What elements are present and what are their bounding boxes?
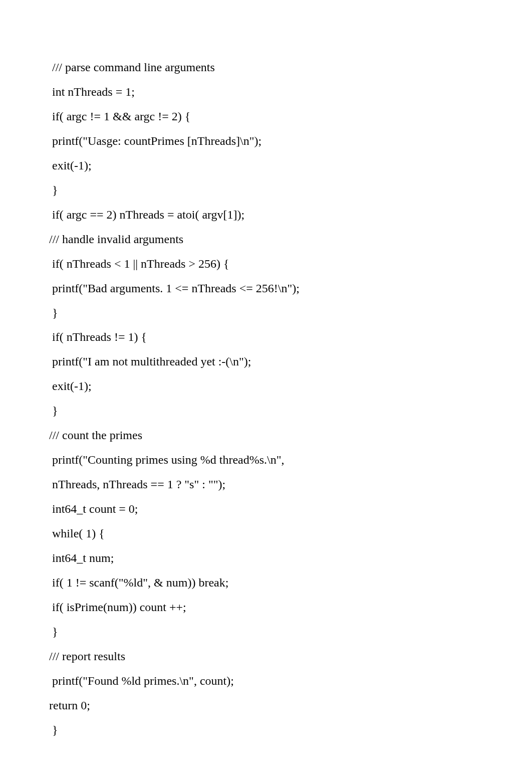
code-line: if( argc != 1 && argc != 2) {: [49, 104, 482, 129]
code-line: while( 1) {: [49, 521, 482, 546]
code-line: if( 1 != scanf("%ld", & num)) break;: [49, 570, 482, 595]
code-line: if( nThreads != 1) {: [49, 325, 482, 349]
code-line: printf("I am not multithreaded yet :-(\n…: [49, 349, 482, 374]
code-document: /// parse command line arguments int nTh…: [0, 0, 532, 780]
code-line: /// parse command line arguments: [49, 55, 482, 80]
code-line: printf("Found %ld primes.\n", count);: [49, 669, 482, 693]
code-line: if( argc == 2) nThreads = atoi( argv[1])…: [49, 203, 482, 227]
code-line: int nThreads = 1;: [49, 80, 482, 104]
code-line: /// handle invalid arguments: [49, 227, 482, 252]
code-line: }: [49, 178, 482, 203]
code-line: printf("Bad arguments. 1 <= nThreads <= …: [49, 276, 482, 301]
code-line: printf("Uasge: countPrimes [nThreads]\n"…: [49, 129, 482, 153]
code-line: /// report results: [49, 644, 482, 669]
code-line: /// count the primes: [49, 423, 482, 448]
code-line: printf("Counting primes using %d thread%…: [49, 448, 482, 472]
code-line: }: [49, 399, 482, 423]
code-line: int64_t count = 0;: [49, 497, 482, 521]
code-line: int64_t num;: [49, 546, 482, 570]
code-line: exit(-1);: [49, 374, 482, 399]
code-line: if( nThreads < 1 || nThreads > 256) {: [49, 252, 482, 276]
code-line: return 0;: [49, 693, 482, 718]
code-line: }: [49, 620, 482, 644]
code-line: }: [49, 718, 482, 742]
code-line: if( isPrime(num)) count ++;: [49, 595, 482, 620]
code-line: exit(-1);: [49, 153, 482, 178]
code-line: }: [49, 301, 482, 325]
code-line: nThreads, nThreads == 1 ? "s" : "");: [49, 472, 482, 497]
